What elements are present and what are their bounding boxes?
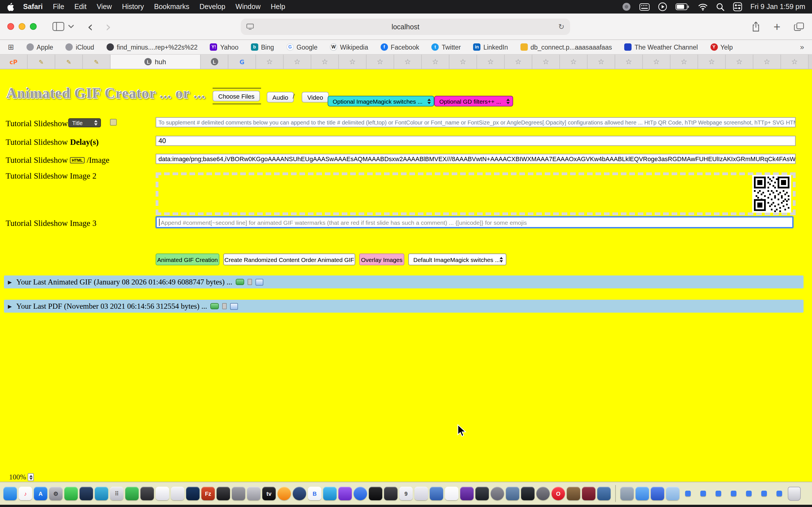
bookmark-wikipedia[interactable]: WWikipedia	[330, 43, 368, 51]
dock-icon-mini-app-3[interactable]	[712, 487, 725, 500]
dock-icon-finder[interactable]	[3, 487, 17, 500]
tab-editor-2[interactable]: ✎	[55, 55, 83, 69]
bookmark-yahoo[interactable]: Y!Yahoo	[210, 43, 239, 51]
dock-icon-violet-app[interactable]	[460, 487, 474, 500]
dock-icon-obs-app[interactable]	[475, 487, 489, 500]
dock-icon-mini-app-2[interactable]	[696, 487, 710, 500]
back-button[interactable]: ‹	[87, 19, 93, 34]
tab-huh[interactable]: L huh	[110, 55, 201, 69]
tab-favorites-14[interactable]: ☆	[615, 55, 643, 69]
slideshow-title-select[interactable]: Title	[68, 118, 101, 127]
delay-input[interactable]: 40	[156, 136, 796, 146]
dock-icon-bear-app[interactable]: B	[308, 487, 321, 500]
bookmark-yelp[interactable]: YYelp	[710, 43, 733, 51]
menu-app-name[interactable]: Safari	[23, 3, 43, 11]
tab-favorites-19[interactable]: ☆	[753, 55, 781, 69]
tab-favorites-20[interactable]: ☆	[781, 55, 809, 69]
sidebar-chevron-icon[interactable]	[68, 24, 74, 29]
keyboard-icon[interactable]	[639, 3, 649, 10]
wifi-icon[interactable]	[698, 3, 707, 10]
tab-favorites-9[interactable]: ☆	[477, 55, 505, 69]
dock-icon-green-camera-app[interactable]	[125, 487, 139, 500]
overlay-images-button[interactable]: Overlay Images	[359, 253, 404, 265]
menu-help[interactable]: Help	[271, 3, 285, 11]
dock-icon-folder-blue[interactable]	[636, 487, 649, 500]
image2-dropzone[interactable]	[156, 172, 796, 215]
dock-icon-document-app[interactable]	[171, 487, 185, 500]
dock-icon-gray-tool-app[interactable]	[232, 487, 245, 500]
dock-icon-github-app[interactable]	[521, 487, 535, 500]
tab-favorites-12[interactable]: ☆	[560, 55, 588, 69]
disclosure-triangle-icon[interactable]: ▶	[8, 303, 12, 309]
trash-icon[interactable]	[788, 487, 801, 501]
tab-favorites-16[interactable]: ☆	[670, 55, 698, 69]
randomized-order-button[interactable]: Create Randomized Content Order Animated…	[223, 253, 355, 265]
dock-icon-textedit[interactable]	[156, 487, 169, 500]
bookmark-the-weather-channel[interactable]: The Weather Channel	[624, 43, 698, 51]
tab-favorites-13[interactable]: ☆	[588, 55, 615, 69]
menu-edit[interactable]: Edit	[74, 3, 87, 11]
title-config-input[interactable]: To supplement # delimited comments below…	[156, 117, 796, 127]
dock-icon-photos-app[interactable]	[445, 487, 458, 500]
tab-editor-1[interactable]: ✎	[28, 55, 55, 69]
dock-icon-navy-app[interactable]	[80, 487, 93, 500]
dock-icon-apple-tv[interactable]: tv	[262, 487, 276, 500]
dock-icon-folder-stack[interactable]	[620, 487, 634, 500]
bookmark-find-minus-rep-22s-22[interactable]: find_minus....rep+%22s%22	[107, 43, 198, 51]
tab-favorites-3[interactable]: ☆	[311, 55, 339, 69]
dock-icon-numbers-app[interactable]: 9	[399, 487, 413, 500]
zoom-control[interactable]: 100%	[9, 473, 34, 482]
dock-icon-bluetooth-app[interactable]	[651, 487, 664, 500]
spotlight-icon[interactable]	[716, 3, 724, 11]
play-icon[interactable]	[658, 2, 667, 11]
dock-icon-filezilla[interactable]: Fz	[201, 487, 215, 500]
preview-window-icon[interactable]	[255, 279, 263, 285]
dock-icon-gray-round-app[interactable]	[491, 487, 504, 500]
dock-icon-app-store[interactable]: A	[34, 487, 47, 500]
tab-favorites-15[interactable]: ☆	[643, 55, 670, 69]
imagemagick-switches-select[interactable]: Optional ImageMagick switches ...	[327, 96, 435, 107]
menubar-app-badge-icon[interactable]	[622, 2, 631, 11]
video-button[interactable]: Video	[302, 92, 329, 103]
address-bar[interactable]: localhost ↻	[241, 18, 570, 35]
animated-gif-creation-button[interactable]: Animated GIF Creation	[156, 253, 219, 265]
watermark-input[interactable]: Append #comment[~second line] for animat…	[156, 216, 794, 228]
tab-favorites-1[interactable]: ☆	[256, 55, 284, 69]
fullscreen-window-button[interactable]	[30, 23, 37, 30]
last-pdf-bar[interactable]: ▶ Your Last PDF (November 03 2021 06:14:…	[4, 300, 804, 313]
forward-button[interactable]: ›	[105, 19, 111, 34]
default-switches-select[interactable]: Default ImageMagick switches ...	[408, 253, 506, 265]
bookmark-db-connect-p-aaasaaafaas[interactable]: db_connect.p...aaasaaafaas	[520, 43, 612, 51]
new-tab-button[interactable]: +	[773, 20, 780, 33]
bookmark-apple[interactable]: Apple	[27, 43, 53, 51]
tab-overview-icon[interactable]	[794, 22, 804, 31]
dock-icon-music[interactable]: ♪	[18, 487, 32, 500]
tab-cpanel[interactable]: cP	[0, 55, 28, 69]
bookmark-bing[interactable]: bBing	[251, 43, 274, 51]
dock-icon-mini-app-1[interactable]	[681, 487, 695, 500]
menu-window[interactable]: Window	[236, 3, 260, 11]
tab-favorites-5[interactable]: ☆	[366, 55, 394, 69]
dock-icon-messages[interactable]	[64, 487, 78, 500]
html-chip[interactable]: HTML	[70, 157, 85, 163]
menu-develop[interactable]: Develop	[200, 3, 225, 11]
tab-favorites-18[interactable]: ☆	[726, 55, 753, 69]
tab-favorites-17[interactable]: ☆	[698, 55, 726, 69]
last-gif-bar[interactable]: ▶ Your Last Animated GIF (January 08 202…	[4, 276, 804, 288]
dock-icon-steel-app[interactable]	[506, 487, 519, 500]
sidebar-toggle-icon[interactable]	[52, 22, 64, 31]
dock-icon-mini-app-6[interactable]	[757, 487, 771, 500]
favorites-grid-icon[interactable]: ⊞	[8, 43, 14, 51]
tab-editor-3[interactable]: ✎	[83, 55, 110, 69]
dock-icon-teal-app[interactable]	[95, 487, 108, 500]
menubar-clock[interactable]: Fri 9 Jan 1:59 pm	[750, 3, 805, 11]
dock-icon-charcoal-app[interactable]	[384, 487, 398, 500]
dock-icon-launchpad[interactable]: ⠿	[110, 487, 123, 500]
menu-bookmarks[interactable]: Bookmarks	[154, 3, 189, 11]
gif-badge-icon[interactable]	[236, 279, 244, 285]
choose-files-button[interactable]: Choose Files	[213, 91, 260, 101]
dock-icon-crimson-app[interactable]	[582, 487, 596, 500]
tab-favorites-10[interactable]: ☆	[505, 55, 532, 69]
dock-icon-pages-app[interactable]	[414, 487, 428, 500]
tab-favorites-2[interactable]: ☆	[284, 55, 311, 69]
